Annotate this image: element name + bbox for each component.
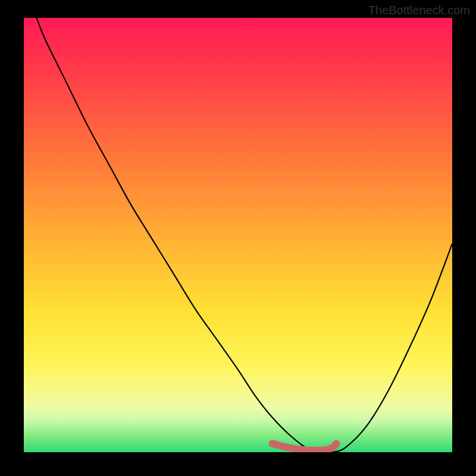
optimal-region-marker xyxy=(273,443,337,450)
attribution-text: TheBottleneck.com xyxy=(368,4,470,17)
optimal-start-dot xyxy=(269,440,276,447)
plot-area xyxy=(24,18,452,452)
chart-frame: TheBottleneck.com xyxy=(0,0,476,476)
bottleneck-curve xyxy=(37,18,452,452)
curve-layer xyxy=(24,18,452,452)
